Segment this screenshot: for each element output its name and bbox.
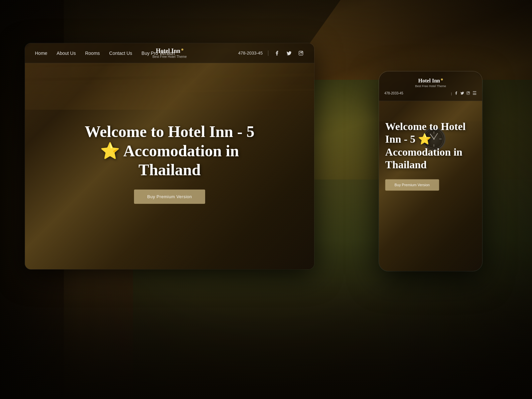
mobile-cta-button[interactable]: Buy Premium Version xyxy=(385,179,439,191)
brand-dot xyxy=(181,49,183,51)
mobile-social-icons: | xyxy=(451,90,477,96)
mobile-hero-line2: Inn - 5 ⭐ xyxy=(385,133,432,145)
desktop-brand: Hotel Inn Best Free Hotel Theme xyxy=(152,48,187,59)
hero-title-line3: Thailand xyxy=(139,161,201,179)
desktop-cta-button[interactable]: Buy Premium Version xyxy=(134,190,205,204)
mobile-nav-bottom: 478-2033-45 | xyxy=(384,90,477,96)
mobile-hero-content: Welcome to Hotel Inn - 5 ⭐ Accomodation … xyxy=(385,120,476,191)
mobile-facebook-icon[interactable] xyxy=(455,91,458,95)
desktop-brand-tagline: Best Free Hotel Theme xyxy=(152,55,187,59)
mobile-hero-line4: Thailand xyxy=(385,159,427,171)
nav-contact[interactable]: Contact Us xyxy=(109,51,132,56)
desktop-mockup: Home About Us Rooms Contact Us Buy Pro V… xyxy=(25,43,314,269)
hero-title-line2: ⭐ Accomodation in xyxy=(100,142,239,160)
mobile-brand-name: Hotel Inn xyxy=(384,77,477,84)
mobile-hero-line1: Welcome to Hotel xyxy=(385,120,466,132)
mobile-divider: | xyxy=(451,91,452,95)
mobile-mockup: Hotel Inn Best Free Hotel Theme 478-2033… xyxy=(379,71,482,271)
mobile-twitter-icon[interactable] xyxy=(461,91,464,95)
mobile-menu-icon[interactable]: ☰ xyxy=(472,90,477,96)
nav-home[interactable]: Home xyxy=(35,51,47,56)
desktop-phone: 478-2033-45 xyxy=(238,51,263,56)
nav-rooms[interactable]: Rooms xyxy=(85,51,100,56)
desktop-hero-title: Welcome to Hotel Inn - 5 ⭐ Accomodation … xyxy=(54,122,285,180)
desktop-hero-content: Welcome to Hotel Inn - 5 ⭐ Accomodation … xyxy=(54,122,285,204)
mobile-brand-dot xyxy=(441,78,443,80)
hero-title-line1: Welcome to Hotel Inn - 5 xyxy=(85,123,255,140)
desktop-brand-name: Hotel Inn xyxy=(152,48,187,55)
twitter-icon[interactable] xyxy=(286,50,292,57)
mobile-brand-tagline: Best Free Hotel Theme xyxy=(384,84,477,88)
nav-about[interactable]: About Us xyxy=(57,51,76,56)
mobile-instagram-icon[interactable] xyxy=(466,91,470,95)
desktop-nav-right: 478-2033-45 xyxy=(238,50,304,57)
mobile-hero-line3: Accomodation in xyxy=(385,146,463,158)
nav-divider-1 xyxy=(268,51,268,56)
mobile-hero-title: Welcome to Hotel Inn - 5 ⭐ Accomodation … xyxy=(385,120,476,171)
mobile-phone: 478-2033-45 xyxy=(384,91,403,95)
instagram-icon[interactable] xyxy=(298,50,304,57)
mobile-navbar: Hotel Inn Best Free Hotel Theme 478-2033… xyxy=(379,71,482,101)
facebook-icon[interactable] xyxy=(274,50,280,57)
desktop-navbar: Home About Us Rooms Contact Us Buy Pro V… xyxy=(25,43,314,63)
